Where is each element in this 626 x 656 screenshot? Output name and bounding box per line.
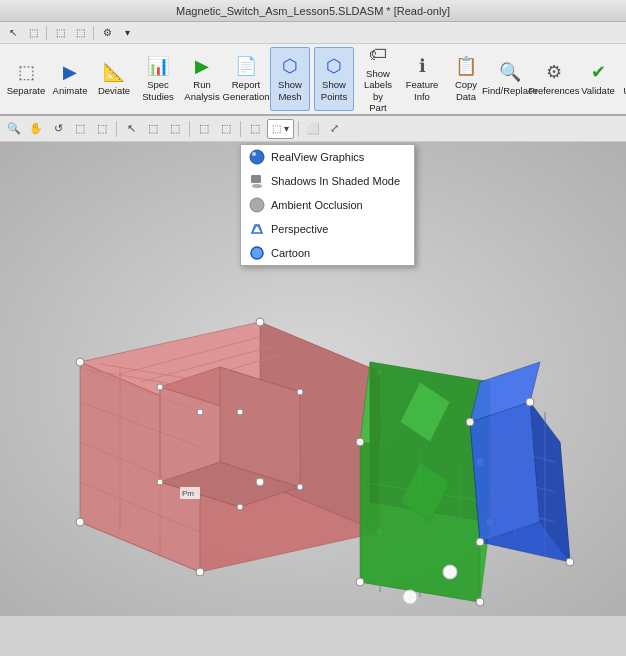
section-icon[interactable]: ⬚ bbox=[245, 119, 265, 139]
svg-point-24 bbox=[256, 478, 264, 486]
spec-studies-icon: 📊 bbox=[147, 56, 169, 78]
copy-data-label: CopyData bbox=[455, 79, 477, 102]
separate-icon: ⬚ bbox=[18, 62, 35, 84]
spec-studies-label: SpecStudies bbox=[142, 79, 174, 102]
find-replace-button[interactable]: 🔍 Find/Replace bbox=[490, 47, 530, 111]
svg-point-72 bbox=[250, 198, 264, 212]
deviate-icon: 📐 bbox=[103, 62, 125, 84]
shading-icon[interactable]: ⬚ bbox=[216, 119, 236, 139]
report-generation-button[interactable]: 📄 ReportGeneration bbox=[226, 47, 266, 111]
pan-icon[interactable]: ✋ bbox=[26, 119, 46, 139]
svg-point-71 bbox=[252, 184, 262, 188]
svg-point-69 bbox=[252, 152, 256, 156]
perspective-item[interactable]: Perspective bbox=[241, 217, 414, 241]
top-icon-bar: ↖ ⬚ ⬚ ⬚ ⚙ ▾ bbox=[0, 22, 626, 44]
deviate-button[interactable]: 📐 Deviate bbox=[94, 47, 134, 111]
icon-btn-1[interactable]: ⬚ bbox=[24, 24, 42, 42]
icon-btn-2[interactable]: ⬚ bbox=[51, 24, 69, 42]
cartoon-item[interactable]: Cartoon bbox=[241, 241, 414, 265]
svg-marker-73 bbox=[252, 225, 262, 233]
cartoon-icon bbox=[249, 245, 265, 261]
show-labels-icon: 🏷 bbox=[369, 44, 387, 66]
realview-label: RealView Graphics bbox=[271, 151, 364, 163]
display-mode-btn[interactable]: ⬚ ▾ bbox=[267, 119, 294, 139]
fullscreen-icon[interactable]: ⤢ bbox=[325, 119, 345, 139]
cartoon-label: Cartoon bbox=[271, 247, 310, 259]
green-part bbox=[356, 362, 494, 606]
run-analysis-label: RunAnalysis bbox=[184, 79, 219, 102]
view3d-icon[interactable]: ⬚ bbox=[194, 119, 214, 139]
svg-point-50 bbox=[476, 598, 484, 606]
svg-point-30 bbox=[297, 484, 303, 490]
perspective-label: Perspective bbox=[271, 223, 328, 235]
animate-label: Animate bbox=[53, 85, 88, 96]
validate-icon: ✔ bbox=[591, 62, 606, 84]
tb-separator-2 bbox=[189, 121, 190, 137]
view-icon-2[interactable]: ⬚ bbox=[92, 119, 112, 139]
display-icon[interactable]: ⬚ bbox=[165, 119, 185, 139]
title-text: Magnetic_Switch_Asm_Lesson5.SLDASM * [Re… bbox=[176, 5, 450, 17]
select-icon[interactable]: ↖ bbox=[121, 119, 141, 139]
realview-icon bbox=[249, 149, 265, 165]
rotate-icon[interactable]: ↺ bbox=[48, 119, 68, 139]
realview-item[interactable]: RealView Graphics bbox=[241, 145, 414, 169]
shadows-icon bbox=[249, 173, 265, 189]
animate-button[interactable]: ▶ Animate bbox=[50, 47, 90, 111]
viewport: Pm bbox=[0, 142, 626, 616]
filter-icon[interactable]: ⬚ bbox=[143, 119, 163, 139]
tb-separator-1 bbox=[116, 121, 117, 137]
svg-rect-70 bbox=[251, 175, 261, 183]
validate-label: Validate bbox=[581, 85, 615, 96]
svg-point-51 bbox=[356, 578, 364, 586]
settings-btn[interactable]: ⚙ bbox=[98, 24, 116, 42]
tb-separator-4 bbox=[298, 121, 299, 137]
maximize-icon[interactable]: ⬜ bbox=[303, 119, 323, 139]
svg-point-27 bbox=[197, 409, 203, 415]
preferences-button[interactable]: ⚙ Preferences bbox=[534, 47, 574, 111]
graphics-dropdown-menu: RealView Graphics Shadows In Shaded Mode… bbox=[240, 144, 415, 266]
zoom-icon[interactable]: 🔍 bbox=[4, 119, 24, 139]
perspective-icon bbox=[249, 221, 265, 237]
spec-studies-button[interactable]: 📊 SpecStudies bbox=[138, 47, 178, 111]
preferences-icon: ⚙ bbox=[546, 62, 562, 84]
shadows-item[interactable]: Shadows In Shaded Mode bbox=[241, 169, 414, 193]
dropdown-arrow[interactable]: ▾ bbox=[118, 24, 136, 42]
cursor-tool[interactable]: ↖ bbox=[4, 24, 22, 42]
svg-text:Pm: Pm bbox=[182, 489, 194, 498]
feature-info-label: FeatureInfo bbox=[406, 79, 439, 102]
find-replace-icon: 🔍 bbox=[499, 62, 521, 84]
show-labels-button[interactable]: 🏷 Show Labelsby Part bbox=[358, 47, 398, 111]
svg-point-29 bbox=[297, 389, 303, 395]
separate-button[interactable]: ⬚ Separate bbox=[6, 47, 46, 111]
shadows-label: Shadows In Shaded Mode bbox=[271, 175, 400, 187]
svg-point-25 bbox=[196, 568, 204, 576]
show-points-label: ShowPoints bbox=[321, 79, 347, 102]
userdll-button[interactable]: 🔧 UserDLL bbox=[622, 47, 626, 111]
svg-point-66 bbox=[566, 558, 574, 566]
view-icon-1[interactable]: ⬚ bbox=[70, 119, 90, 139]
tb-separator-3 bbox=[240, 121, 241, 137]
separator-2 bbox=[93, 26, 94, 40]
deviate-label: Deviate bbox=[98, 85, 130, 96]
show-mesh-icon: ⬡ bbox=[282, 56, 298, 78]
copy-data-icon: 📋 bbox=[455, 56, 477, 78]
ribbon-toolbar: ⬚ Separate ▶ Animate 📐 Deviate 📊 SpecStu… bbox=[0, 44, 626, 116]
svg-point-20 bbox=[76, 358, 84, 366]
run-analysis-icon: ▶ bbox=[195, 56, 209, 78]
svg-point-32 bbox=[237, 504, 243, 510]
show-mesh-button[interactable]: ⬡ ShowMesh bbox=[270, 47, 310, 111]
validate-button[interactable]: ✔ Validate bbox=[578, 47, 618, 111]
show-points-button[interactable]: ⬡ ShowPoints bbox=[314, 47, 354, 111]
svg-point-28 bbox=[157, 384, 163, 390]
copy-data-button[interactable]: 📋 CopyData bbox=[446, 47, 486, 111]
svg-point-21 bbox=[256, 318, 264, 326]
animate-icon: ▶ bbox=[63, 62, 77, 84]
svg-point-53 bbox=[443, 565, 457, 579]
run-analysis-button[interactable]: ▶ RunAnalysis bbox=[182, 47, 222, 111]
svg-point-52 bbox=[403, 590, 417, 604]
feature-info-button[interactable]: ℹ FeatureInfo bbox=[402, 47, 442, 111]
ambient-item[interactable]: Ambient Occlusion bbox=[241, 193, 414, 217]
icon-btn-3[interactable]: ⬚ bbox=[71, 24, 89, 42]
report-generation-label: ReportGeneration bbox=[223, 79, 270, 102]
svg-point-64 bbox=[466, 418, 474, 426]
